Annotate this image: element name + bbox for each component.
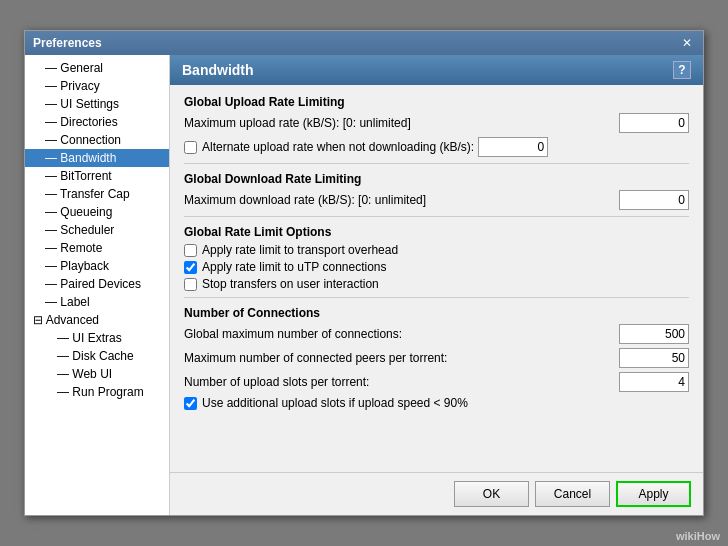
- global-max-connections-row: Global maximum number of connections:: [184, 324, 689, 344]
- sidebar-item-ui-settings[interactable]: — UI Settings: [25, 95, 169, 113]
- title-bar: Preferences ✕: [25, 31, 703, 55]
- content-header: Bandwidth ?: [170, 55, 703, 85]
- utp-connections-checkbox[interactable]: [184, 261, 197, 274]
- max-download-label: Maximum download rate (kB/S): [0: unlimi…: [184, 193, 619, 207]
- sidebar-item-remote[interactable]: — Remote: [25, 239, 169, 257]
- global-max-connections-label: Global maximum number of connections:: [184, 327, 619, 341]
- dialog-title: Preferences: [33, 36, 102, 50]
- section-title-bandwidth: Bandwidth: [182, 62, 254, 78]
- sidebar-item-label[interactable]: — Label: [25, 293, 169, 311]
- preferences-dialog: Preferences ✕ — General — Privacy — UI S…: [24, 30, 704, 516]
- max-upload-label: Maximum upload rate (kB/S): [0: unlimite…: [184, 116, 619, 130]
- utp-connections-label: Apply rate limit to uTP connections: [202, 260, 387, 274]
- sidebar-item-connection[interactable]: — Connection: [25, 131, 169, 149]
- upload-slots-label: Number of upload slots per torrent:: [184, 375, 619, 389]
- max-peers-row: Maximum number of connected peers per to…: [184, 348, 689, 368]
- close-button[interactable]: ✕: [679, 35, 695, 51]
- additional-upload-slots-checkbox[interactable]: [184, 397, 197, 410]
- divider-1: [184, 163, 689, 164]
- stop-transfers-row: Stop transfers on user interaction: [184, 277, 689, 291]
- stop-transfers-label: Stop transfers on user interaction: [202, 277, 379, 291]
- max-peers-input[interactable]: [619, 348, 689, 368]
- connections-section-title: Number of Connections: [184, 306, 689, 320]
- max-download-input[interactable]: [619, 190, 689, 210]
- ok-button[interactable]: OK: [454, 481, 529, 507]
- sidebar-item-transfer-cap[interactable]: — Transfer Cap: [25, 185, 169, 203]
- dialog-body: — General — Privacy — UI Settings — Dire…: [25, 55, 703, 515]
- help-button[interactable]: ?: [673, 61, 691, 79]
- sidebar-item-ui-extras[interactable]: — UI Extras: [25, 329, 169, 347]
- watermark: wikiHow: [676, 530, 720, 542]
- sidebar-item-queueing[interactable]: — Queueing: [25, 203, 169, 221]
- download-section-title: Global Download Rate Limiting: [184, 172, 689, 186]
- cancel-button[interactable]: Cancel: [535, 481, 610, 507]
- additional-upload-slots-row: Use additional upload slots if upload sp…: [184, 396, 689, 410]
- rate-limit-section-title: Global Rate Limit Options: [184, 225, 689, 239]
- main-content: Bandwidth ? Global Upload Rate Limiting …: [170, 55, 703, 515]
- dialog-footer: OK Cancel Apply: [170, 472, 703, 515]
- sidebar-item-privacy[interactable]: — Privacy: [25, 77, 169, 95]
- transport-overhead-checkbox[interactable]: [184, 244, 197, 257]
- apply-button[interactable]: Apply: [616, 481, 691, 507]
- divider-2: [184, 216, 689, 217]
- sidebar-item-directories[interactable]: — Directories: [25, 113, 169, 131]
- max-peers-label: Maximum number of connected peers per to…: [184, 351, 619, 365]
- upload-slots-input[interactable]: [619, 372, 689, 392]
- sidebar-item-general[interactable]: — General: [25, 59, 169, 77]
- sidebar-item-disk-cache[interactable]: — Disk Cache: [25, 347, 169, 365]
- alternate-upload-row: Alternate upload rate when not downloadi…: [184, 137, 689, 157]
- max-upload-input[interactable]: [619, 113, 689, 133]
- additional-upload-slots-label: Use additional upload slots if upload sp…: [202, 396, 468, 410]
- upload-section-title: Global Upload Rate Limiting: [184, 95, 689, 109]
- sidebar-item-paired-devices[interactable]: — Paired Devices: [25, 275, 169, 293]
- sidebar-item-bandwidth[interactable]: — Bandwidth: [25, 149, 169, 167]
- alternate-upload-checkbox[interactable]: [184, 141, 197, 154]
- max-upload-row: Maximum upload rate (kB/S): [0: unlimite…: [184, 113, 689, 133]
- sidebar-item-run-program[interactable]: — Run Program: [25, 383, 169, 401]
- stop-transfers-checkbox[interactable]: [184, 278, 197, 291]
- sidebar-item-web-ui[interactable]: — Web UI: [25, 365, 169, 383]
- global-max-connections-input[interactable]: [619, 324, 689, 344]
- content-body: Global Upload Rate Limiting Maximum uplo…: [170, 85, 703, 472]
- alternate-upload-input[interactable]: [478, 137, 548, 157]
- sidebar-item-scheduler[interactable]: — Scheduler: [25, 221, 169, 239]
- sidebar: — General — Privacy — UI Settings — Dire…: [25, 55, 170, 515]
- alternate-upload-label: Alternate upload rate when not downloadi…: [202, 140, 474, 154]
- sidebar-item-advanced[interactable]: ⊟ Advanced: [25, 311, 169, 329]
- sidebar-item-playback[interactable]: — Playback: [25, 257, 169, 275]
- max-download-row: Maximum download rate (kB/S): [0: unlimi…: [184, 190, 689, 210]
- upload-slots-row: Number of upload slots per torrent:: [184, 372, 689, 392]
- transport-overhead-row: Apply rate limit to transport overhead: [184, 243, 689, 257]
- sidebar-item-bittorrent[interactable]: — BitTorrent: [25, 167, 169, 185]
- divider-3: [184, 297, 689, 298]
- transport-overhead-label: Apply rate limit to transport overhead: [202, 243, 398, 257]
- utp-connections-row: Apply rate limit to uTP connections: [184, 260, 689, 274]
